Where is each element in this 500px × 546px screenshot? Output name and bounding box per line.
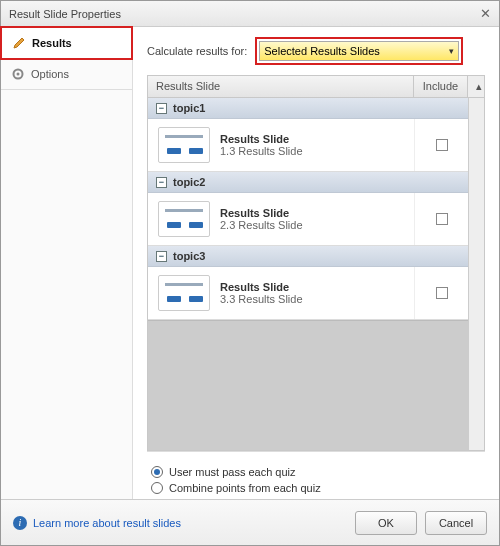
col-include: Include bbox=[414, 76, 468, 97]
radio-combine[interactable]: Combine points from each quiz bbox=[151, 480, 481, 496]
dropdown-value: Selected Results Slides bbox=[264, 45, 380, 57]
empty-area bbox=[148, 320, 468, 450]
group-label: topic1 bbox=[173, 102, 205, 114]
close-icon[interactable]: ✕ bbox=[477, 6, 493, 21]
group-topic3[interactable]: − topic3 bbox=[148, 246, 468, 267]
radio-icon[interactable] bbox=[151, 482, 163, 494]
radio-icon[interactable] bbox=[151, 466, 163, 478]
dialog-body: Results Options Calculate results for: S… bbox=[1, 27, 499, 499]
include-checkbox[interactable] bbox=[436, 213, 448, 225]
results-table: Results Slide Include ▴ − topic1 bbox=[147, 75, 485, 451]
item-text: Results Slide 1.3 Results Slide bbox=[220, 133, 303, 157]
radio-pass-each[interactable]: User must pass each quiz bbox=[151, 464, 481, 480]
item-title: Results Slide bbox=[220, 133, 303, 145]
calc-dropdown[interactable]: Selected Results Slides ▾ bbox=[259, 41, 459, 61]
sidebar: Results Options bbox=[1, 27, 133, 499]
tab-label: Options bbox=[31, 68, 69, 80]
footer: i Learn more about result slides OK Canc… bbox=[1, 499, 499, 545]
window-title: Result Slide Properties bbox=[9, 8, 121, 20]
info-icon: i bbox=[13, 516, 27, 530]
learn-more-link[interactable]: i Learn more about result slides bbox=[13, 516, 181, 530]
scrollbar[interactable] bbox=[468, 98, 484, 450]
item-subtitle: 2.3 Results Slide bbox=[220, 219, 303, 231]
table-body: − topic1 Results Slide 1.3 Results Slide bbox=[148, 98, 468, 450]
collapse-icon[interactable]: − bbox=[156, 177, 167, 188]
main-panel: Calculate results for: Selected Results … bbox=[133, 27, 499, 499]
item-subtitle: 1.3 Results Slide bbox=[220, 145, 303, 157]
calc-row: Calculate results for: Selected Results … bbox=[147, 37, 485, 65]
collapse-icon[interactable]: − bbox=[156, 103, 167, 114]
table-row[interactable]: Results Slide 2.3 Results Slide bbox=[148, 193, 468, 246]
col-slide: Results Slide bbox=[148, 76, 414, 97]
table-row[interactable]: Results Slide 1.3 Results Slide bbox=[148, 119, 468, 172]
slide-thumbnail bbox=[158, 127, 210, 163]
item-text: Results Slide 2.3 Results Slide bbox=[220, 207, 303, 231]
group-label: topic2 bbox=[173, 176, 205, 188]
include-checkbox[interactable] bbox=[436, 287, 448, 299]
item-title: Results Slide bbox=[220, 281, 303, 293]
slide-thumbnail bbox=[158, 275, 210, 311]
titlebar: Result Slide Properties ✕ bbox=[1, 1, 499, 27]
learn-label: Learn more about result slides bbox=[33, 517, 181, 529]
slide-thumbnail bbox=[158, 201, 210, 237]
group-label: topic3 bbox=[173, 250, 205, 262]
item-title: Results Slide bbox=[220, 207, 303, 219]
calc-dropdown-highlight: Selected Results Slides ▾ bbox=[255, 37, 463, 65]
radio-label: Combine points from each quiz bbox=[169, 482, 321, 494]
dialog-window: Result Slide Properties ✕ Results Option… bbox=[0, 0, 500, 546]
group-topic1[interactable]: − topic1 bbox=[148, 98, 468, 119]
cancel-button[interactable]: Cancel bbox=[425, 511, 487, 535]
table-row[interactable]: Results Slide 3.3 Results Slide bbox=[148, 267, 468, 320]
gear-icon bbox=[11, 67, 25, 81]
chevron-down-icon: ▾ bbox=[449, 46, 454, 56]
radio-label: User must pass each quiz bbox=[169, 466, 296, 478]
include-checkbox[interactable] bbox=[436, 139, 448, 151]
pencil-icon bbox=[12, 36, 26, 50]
tab-label: Results bbox=[32, 37, 72, 49]
svg-point-1 bbox=[17, 73, 20, 76]
collapse-icon[interactable]: − bbox=[156, 251, 167, 262]
item-text: Results Slide 3.3 Results Slide bbox=[220, 281, 303, 305]
scroll-up-icon[interactable]: ▴ bbox=[468, 76, 484, 97]
ok-button[interactable]: OK bbox=[355, 511, 417, 535]
item-subtitle: 3.3 Results Slide bbox=[220, 293, 303, 305]
tab-options[interactable]: Options bbox=[1, 59, 132, 90]
group-topic2[interactable]: − topic2 bbox=[148, 172, 468, 193]
calc-label: Calculate results for: bbox=[147, 45, 247, 57]
tab-results[interactable]: Results bbox=[0, 26, 133, 60]
table-header: Results Slide Include ▴ bbox=[148, 76, 484, 98]
